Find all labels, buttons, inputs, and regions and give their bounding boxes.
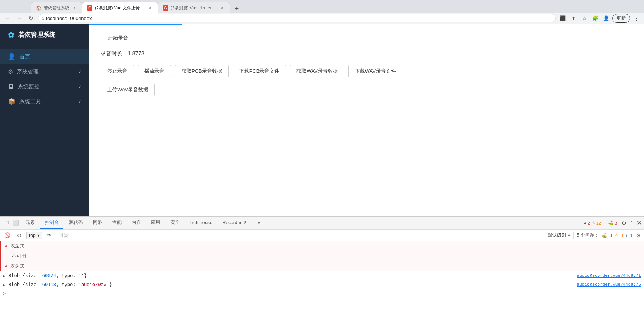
context-selector[interactable]: top ▾ <box>26 232 42 239</box>
devtools-tab-security[interactable]: 安全 <box>166 217 184 229</box>
get-wav-button[interactable]: 获取WAV录音数据 <box>290 65 344 77</box>
devtools-tab-application[interactable]: 应用 <box>146 217 165 229</box>
dl-pcb-button[interactable]: 下载PCB录音文件 <box>233 65 286 77</box>
stop-record-button[interactable]: 停止录音 <box>101 65 134 77</box>
blob2-expand-icon[interactable]: ▶ <box>3 282 5 287</box>
duration-label: 录音时长： <box>101 50 128 56</box>
devtools-tab-memory[interactable]: 内存 <box>127 217 146 229</box>
tab2-close[interactable]: × <box>147 5 153 11</box>
blob2-source[interactable]: audioRecorder.vue?44d8:76 <box>577 282 641 287</box>
issues-settings-icon[interactable]: ⚙ <box>636 232 641 239</box>
sidebar-logo: ✿ 若依管理系统 <box>0 24 89 46</box>
lock-icon: ℹ <box>42 16 44 21</box>
error-label-1: 表达式 <box>10 243 24 249</box>
sidebar-item-monitor[interactable]: 🖥 系统监控 ∨ <box>0 79 89 94</box>
error-badge: ● 2 ⚠ 12 <box>582 220 603 226</box>
back-button[interactable]: ← <box>3 14 12 23</box>
blob1-source[interactable]: audioRecorder.vue?44d8:71 <box>577 273 641 278</box>
devtools-tab-network[interactable]: 网络 <box>88 217 107 229</box>
error-label-2: 表达式 <box>10 263 24 269</box>
tab1-close[interactable]: × <box>72 5 77 11</box>
devtools-tab-console[interactable]: 控制台 <box>40 217 63 229</box>
play-record-button[interactable]: 播放录音 <box>138 65 171 77</box>
tab3-close[interactable]: × <box>219 5 225 11</box>
sidebar-item-tools[interactable]: 📦 系统工具 ∨ <box>0 94 89 109</box>
issues-info-icon: ℹ <box>626 233 628 238</box>
address-text: localhost:1000/index <box>46 15 92 21</box>
devtools-tab-performance[interactable]: 性能 <box>108 217 126 229</box>
context-label: top <box>29 233 36 238</box>
devtools-tab-lighthouse[interactable]: Lighthouse <box>185 217 217 229</box>
console-input-caret[interactable]: > <box>0 289 644 298</box>
issues-count-badge: 3 <box>615 221 617 225</box>
close-error-1-icon[interactable]: × <box>4 243 7 249</box>
tab-1[interactable]: 🏠 若依管理系统 × <box>31 2 82 14</box>
menu-button[interactable]: ⋮ <box>632 14 641 23</box>
error-value-1: 不可用 <box>12 253 26 259</box>
error-icon: ● <box>584 221 587 225</box>
filter-input[interactable] <box>57 232 545 239</box>
address-bar[interactable]: ℹ localhost:1000/index <box>38 14 556 22</box>
bookmark-button[interactable]: ☆ <box>580 14 589 23</box>
tab-3[interactable]: G (2条消息) Vue element 超过p × <box>158 2 230 14</box>
profile-button[interactable]: 👤 <box>601 14 611 23</box>
forward-button[interactable]: → <box>15 14 24 23</box>
tab2-favicon: G <box>87 5 92 11</box>
cast-button[interactable]: ⬛ <box>558 14 567 23</box>
browser-toolbar: ← → ↻ ℹ localhost:1000/index ⬛ ⬆ ☆ 🧩 👤 更… <box>0 13 644 24</box>
browser-chrome: 🏠 若依管理系统 × G (2条消息) Vue 文件上传和下载 × G (2条消… <box>0 0 644 24</box>
devtools-inspect-btn[interactable]: ⬚ <box>2 219 11 227</box>
reload-button[interactable]: ↻ <box>26 14 36 23</box>
sidebar-label-tools: 系统工具 <box>19 98 41 105</box>
sidebar-title: 若依管理系统 <box>18 31 55 39</box>
update-button[interactable]: 更新 <box>612 14 630 23</box>
devtools-tab-elements[interactable]: 元素 <box>21 217 39 229</box>
console-error-1: × 表达式 <box>0 241 644 251</box>
logo-icon: ✿ <box>8 30 14 39</box>
sidebar-item-system[interactable]: ⚙ 系统管理 ∨ <box>0 64 89 79</box>
share-button[interactable]: ⬆ <box>569 14 578 23</box>
context-arrow-icon: ▾ <box>37 233 39 238</box>
start-record-button[interactable]: 开始录音 <box>101 32 135 44</box>
devtools-device-btn[interactable]: ⬜ <box>12 219 20 227</box>
issues-icon: ⛳ <box>608 220 613 225</box>
monitor-icon: 🖥 <box>8 83 14 90</box>
devtools-settings-icon[interactable]: ⚙ <box>622 220 627 226</box>
upload-wav-button[interactable]: 上传WAV录音数据 <box>101 84 155 96</box>
blob2-type: 'audio/wav' <box>79 282 109 287</box>
level-selector[interactable]: 默认级别 ▾ <box>548 232 570 239</box>
dl-wav-button[interactable]: 下载WAV录音文件 <box>348 65 402 77</box>
clear-console-btn[interactable]: 🚫 <box>3 231 12 240</box>
new-tab-button[interactable]: + <box>231 3 242 14</box>
duration-value: 1.8773 <box>128 50 144 56</box>
system-icon: ⚙ <box>8 68 13 75</box>
issues-errors-count: 3 <box>610 233 612 238</box>
issues-warnings-count: 1 <box>621 233 624 238</box>
blob1-expand-icon[interactable]: ▶ <box>3 273 5 278</box>
filter-toggle-btn[interactable]: ⊘ <box>15 231 23 240</box>
devtools-tab-more[interactable]: » <box>253 217 265 229</box>
devtools-tab-recorder[interactable]: Recorder 🎙 <box>218 217 252 229</box>
devtools-more-icon[interactable]: ⋮ <box>629 220 634 226</box>
tab-2[interactable]: G (2条消息) Vue 文件上传和下载 × <box>82 2 158 14</box>
tools-icon: 📦 <box>8 98 15 105</box>
warning-icon: ⚠ <box>591 220 595 225</box>
extension-button[interactable]: 🧩 <box>591 14 600 23</box>
second-row-buttons: 上传WAV录音数据 <box>101 84 632 96</box>
sidebar-label-home: 首页 <box>19 53 30 60</box>
console-error-1-value: 不可用 <box>0 251 644 261</box>
app-layout: ✿ 若依管理系统 👤 首页 ⚙ 系统管理 ∨ 🖥 系统监控 ∨ 📦 系统工具 ∨ <box>0 24 644 216</box>
tab-bar: 🏠 若依管理系统 × G (2条消息) Vue 文件上传和下载 × G (2条消… <box>0 0 644 14</box>
blob1-type: '' <box>79 273 84 278</box>
get-pcb-button[interactable]: 获取PCB录音数据 <box>175 65 229 77</box>
eye-btn[interactable]: 👁 <box>45 231 54 240</box>
toolbar-divider <box>573 232 574 239</box>
blob2-size: 60118 <box>42 282 56 287</box>
close-error-2-icon[interactable]: × <box>4 263 7 269</box>
sidebar-item-home[interactable]: 👤 首页 <box>0 49 89 64</box>
devtools-tab-sources[interactable]: 源代码 <box>64 217 87 229</box>
devtools-close-icon[interactable]: ✕ <box>637 219 642 227</box>
tab2-title: (2条消息) Vue 文件上传和下载 <box>95 5 145 11</box>
devtools-tabs: ⬚ ⬜ 元素 控制台 源代码 网络 性能 内存 应用 安全 Lighthouse <box>0 217 644 230</box>
page-load-progress <box>89 24 182 25</box>
